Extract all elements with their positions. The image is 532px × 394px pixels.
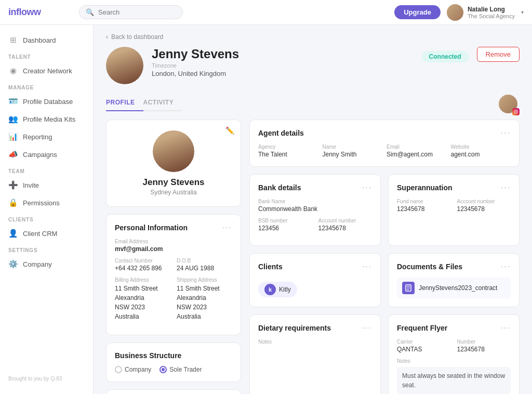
sidebar-item-campaigns[interactable]: 📣 Campaigns xyxy=(0,146,93,163)
bank-name-value: Commonwealth Bank xyxy=(258,205,372,213)
person-circle-icon: ◉ xyxy=(8,66,18,75)
profile-card-location: Sydney Australia xyxy=(150,189,196,196)
profile-card: ✏️ Jenny Stevens Sydney Australia xyxy=(106,120,241,207)
agent-agency: Agency The Talent xyxy=(258,144,318,158)
sidebar-item-label: Reporting xyxy=(23,133,52,141)
instagram-badge xyxy=(512,108,520,115)
profile-card-name: Jenny Stevens xyxy=(142,177,204,188)
edit-icon[interactable]: ✏️ xyxy=(225,126,234,135)
svg-point-2 xyxy=(517,111,517,111)
search-input[interactable] xyxy=(98,8,176,16)
agent-details-title: Agent details xyxy=(258,129,304,137)
address-row: Billing Address 11 Smith Street Alexandr… xyxy=(115,277,232,326)
person-card-icon: 🪪 xyxy=(8,97,18,106)
sidebar-item-label: Profile Database xyxy=(23,98,73,106)
document-item[interactable]: JennyStevens2023_contract xyxy=(397,278,511,298)
agent-details-grid: Agency The Talent Name Jenny Smith Email… xyxy=(258,144,511,158)
frequent-flyer-card: Frequent Flyer ··· Carrier QANTAS Number xyxy=(388,314,520,394)
profile-name: Jenny Stevens xyxy=(152,47,405,61)
left-column: ✏️ Jenny Stevens Sydney Australia Person… xyxy=(106,120,241,394)
back-link[interactable]: ‹ Back to dashboard xyxy=(106,33,520,41)
clients-menu[interactable]: ··· xyxy=(362,262,372,271)
ff-header: Frequent Flyer ··· xyxy=(397,323,511,333)
personal-info-menu[interactable]: ··· xyxy=(222,223,232,232)
radio-company-label: Company xyxy=(125,366,151,373)
search-box[interactable]: 🔍 xyxy=(79,5,183,19)
social-avatar[interactable] xyxy=(499,95,520,115)
back-link-text: Back to dashboard xyxy=(111,33,163,41)
dietary-notes-label: Notes xyxy=(258,339,372,345)
sidebar-item-profile-media-kits[interactable]: 👥 Profile Media Kits xyxy=(0,110,93,128)
upgrade-button[interactable]: Upgrade xyxy=(394,5,441,19)
right-column: Agent details ··· Agency The Talent Name… xyxy=(249,120,520,394)
client-name: Kitly xyxy=(279,286,291,293)
remove-button[interactable]: Remove xyxy=(477,47,520,62)
sidebar-item-profile-database[interactable]: 🪪 Profile Database xyxy=(0,93,93,110)
super-fund-value: 12345678 xyxy=(397,205,451,213)
radio-company[interactable]: Company xyxy=(115,366,151,373)
logo-text: infloww xyxy=(8,7,41,18)
super-title: Superannuation xyxy=(397,183,453,192)
sidebar-item-company[interactable]: ⚙️ Company xyxy=(0,255,93,273)
user-menu[interactable]: Natalie Long The Social Agency ▾ xyxy=(447,4,524,21)
bsb-value: 123456 xyxy=(258,225,312,232)
sidebar-item-label: Campaigns xyxy=(23,151,57,159)
chevron-down-icon: ▾ xyxy=(521,9,524,15)
business-structure-card: Business Structure Company Sole Trader xyxy=(106,343,241,382)
documents-card: Documents & Files ··· JennyStevens2023_c… xyxy=(388,253,520,307)
sidebar-section-team: TEAM xyxy=(0,163,93,176)
sidebar-item-client-crm[interactable]: 👤 Client CRM xyxy=(0,225,93,242)
tabs-row: PROFILE ACTIVITY xyxy=(106,93,520,120)
sidebar-footer: Brought to you by Q-83 xyxy=(0,370,93,388)
documents-menu[interactable]: ··· xyxy=(501,262,511,271)
profile-timezone-label: Timezone xyxy=(152,62,405,69)
user-details: Natalie Long The Social Agency xyxy=(468,6,515,19)
sidebar-item-dashboard[interactable]: ⊞ Dashboard xyxy=(0,31,93,49)
agency-label: Agency xyxy=(258,144,318,150)
shipping-label: Shipping Address xyxy=(177,277,232,283)
email-label: Email Address xyxy=(115,239,232,244)
agent-details-card: Agent details ··· Agency The Talent Name… xyxy=(249,120,520,167)
bank-details-menu[interactable]: ··· xyxy=(362,183,372,192)
sidebar-section-clients: CLIENTS xyxy=(0,212,93,225)
sidebar-item-label: Creator Network xyxy=(23,67,72,75)
personal-info-title: Personal Information xyxy=(115,224,188,232)
svg-rect-0 xyxy=(514,110,518,114)
connected-badge: Connected xyxy=(422,51,469,62)
logo: infloww xyxy=(8,7,71,18)
tab-profile[interactable]: PROFILE xyxy=(106,95,143,111)
radio-sole-trader[interactable]: Sole Trader xyxy=(159,366,202,373)
bank-name-label: Bank Name xyxy=(258,199,372,204)
ff-menu[interactable]: ··· xyxy=(501,323,511,333)
person-plus-icon: ➕ xyxy=(8,180,18,190)
profile-header: Jenny Stevens Timezone London, United Ki… xyxy=(106,47,520,84)
dietary-menu[interactable]: ··· xyxy=(362,323,372,333)
dob-label: D.O.B xyxy=(177,258,232,264)
clients-title: Clients xyxy=(258,262,283,271)
sidebar-item-creator-network[interactable]: ◉ Creator Network xyxy=(0,62,93,80)
dietary-header: Dietary requirements ··· xyxy=(258,323,372,333)
document-name: JennyStevens2023_contract xyxy=(419,284,497,292)
dietary-title: Dietary requirements xyxy=(258,324,331,332)
sidebar-item-label: Invite xyxy=(23,181,39,189)
lock-icon: 🔒 xyxy=(8,198,18,207)
agent-details-menu[interactable]: ··· xyxy=(501,128,511,138)
agent-email-value: Sim@agent.com xyxy=(387,151,447,158)
client-item[interactable]: k Kitly xyxy=(258,282,297,297)
profile-avatar-large xyxy=(106,47,143,84)
super-menu[interactable]: ··· xyxy=(501,183,511,192)
business-structure-title: Business Structure xyxy=(115,351,181,360)
sidebar-item-reporting[interactable]: 📊 Reporting xyxy=(0,128,93,146)
persons-group-icon: 👤 xyxy=(8,229,18,238)
business-structure-header: Business Structure xyxy=(115,351,232,360)
sidebar-item-invite[interactable]: ➕ Invite xyxy=(0,176,93,194)
gear-icon: ⚙️ xyxy=(8,259,18,269)
ff-carrier-label: Carrier xyxy=(397,339,451,345)
tab-activity[interactable]: ACTIVITY xyxy=(143,95,182,111)
sidebar: ⊞ Dashboard TALENT ◉ Creator Network MAN… xyxy=(0,25,94,394)
bank-account-label: Account number xyxy=(318,218,373,224)
sidebar-item-permissions[interactable]: 🔒 Permissions xyxy=(0,194,93,212)
top-right: Upgrade Natalie Long The Social Agency ▾ xyxy=(394,4,524,21)
dob-value: 24 AUG 1988 xyxy=(177,265,232,272)
content-area: ‹ Back to dashboard Jenny Stevens Timezo… xyxy=(94,25,532,394)
